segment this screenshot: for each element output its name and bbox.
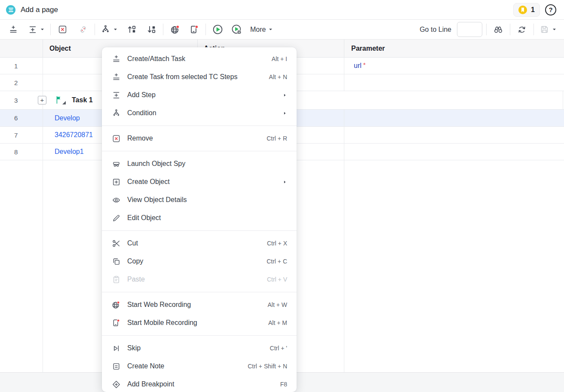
create-object-icon [111,177,121,187]
object-link[interactable]: 3426720871 [55,131,93,139]
menu-item-add-step[interactable]: Add Step [102,86,297,104]
object-link[interactable]: Develop [55,114,80,122]
test-editor-window: Add a page 1 ? More [0,0,564,392]
row-number: 6 [0,110,43,126]
page-title: Add a page [21,6,58,14]
menu-item-start-web-recording[interactable]: Start Web Recording Alt + W [102,296,297,314]
row-number: 8 [0,144,43,160]
help-icon[interactable]: ? [545,4,556,15]
menu-item-skip[interactable]: Skip Ctrl + ' [102,339,297,357]
toolbar: More Go to Line [0,20,564,40]
required-asterisk: * [363,61,366,68]
refresh-button[interactable] [514,22,530,37]
parameter-cell[interactable] [344,74,564,91]
parameter-cell[interactable] [344,110,564,126]
save-button[interactable] [538,22,558,37]
cut-icon [111,239,121,248]
object-link[interactable]: Develop1 [55,148,84,156]
menu-item-condition[interactable]: Condition [102,104,297,122]
menu-item-copy[interactable]: Copy Ctrl + C [102,252,297,270]
add-step-icon [28,25,37,34]
move-step-up-button[interactable] [124,22,139,37]
condition-icon [111,108,121,118]
toolbar-divider [205,24,206,35]
task-collapse-handle[interactable] [62,101,66,104]
paste-icon [111,275,121,284]
create-task-from-steps-icon [111,72,121,82]
toolbar-divider [533,24,534,35]
credits-button[interactable]: 1 [513,3,540,17]
unlink-button [75,22,91,37]
menu-item-launch-object-spy[interactable]: Launch Object Spy [102,155,297,173]
parameter-cell[interactable] [344,127,564,143]
condition-button[interactable] [99,22,120,37]
create-attach-task-icon [111,54,121,64]
find-button[interactable] [490,22,506,37]
object-spy-icon [111,159,121,168]
row-number-header [0,40,43,57]
toolbar-divider [486,24,487,35]
web-recording-icon [111,300,121,309]
remove-button[interactable] [55,22,70,37]
menu-divider [102,292,297,292]
credits-count: 1 [531,6,535,14]
menu-item-create-note[interactable]: Create Note Ctrl + Shift + N [102,357,297,375]
menu-item-remove[interactable]: Remove Ctrl + R [102,129,297,147]
task-name: Task 1 [72,96,93,104]
row-number: 1 [0,58,43,74]
chevron-down-icon [268,27,273,32]
submenu-arrow-icon [282,93,287,98]
row-number: 3 [0,91,43,109]
toolbar-divider [50,24,51,35]
debug-run-button[interactable] [229,22,244,37]
chevron-down-icon [113,27,118,32]
move-step-down-button[interactable] [144,22,159,37]
row-number: 7 [0,127,43,143]
add-step-icon [111,90,121,100]
create-attach-task-button[interactable] [6,22,21,37]
menu-item-cut[interactable]: Cut Ctrl + X [102,234,297,252]
parameter-cell[interactable] [344,144,564,160]
menu-item-start-mobile-recording[interactable]: Start Mobile Recording Alt + M [102,314,297,332]
chevron-down-icon [552,27,557,32]
view-object-details-icon [111,195,121,205]
menu-item-view-object-details[interactable]: View Object Details [102,191,297,209]
submenu-arrow-icon [282,180,287,184]
save-icon [539,24,549,34]
page-list-icon[interactable] [6,5,15,15]
edit-object-icon [111,213,121,223]
add-breakpoint-icon [111,380,121,389]
mobile-recording-button[interactable] [186,22,202,37]
web-recording-button[interactable] [167,22,183,37]
context-menu: Create/Attach Task Alt + I Create Task f… [102,47,297,392]
more-button[interactable]: More [244,22,275,37]
menu-item-create-attach-task[interactable]: Create/Attach Task Alt + I [102,50,297,68]
toolbar-divider [163,24,163,35]
menu-item-add-breakpoint[interactable]: Add Breakpoint F8 [102,375,297,392]
add-step-button[interactable] [26,22,46,37]
submenu-arrow-icon [282,111,287,116]
run-button[interactable] [210,22,225,37]
column-header-parameter[interactable]: Parameter [344,40,564,57]
toolbar-divider [510,24,510,35]
mobile-recording-icon [111,318,121,328]
copy-icon [111,257,121,266]
row-number: 2 [0,74,43,91]
menu-item-create-object[interactable]: Create Object [102,173,297,191]
goto-line-input[interactable] [457,22,482,37]
menu-divider [102,230,297,231]
title-bar: Add a page 1 ? [0,0,564,20]
menu-divider [102,335,297,336]
credit-coin-icon [518,6,527,14]
menu-divider [102,151,297,151]
parameter-cell[interactable]: url * [344,58,564,74]
remove-icon [111,134,121,143]
toolbar-divider [95,24,95,35]
menu-divider [102,126,297,126]
menu-item-edit-object[interactable]: Edit Object [102,209,297,227]
parameter-link[interactable]: url [354,62,362,70]
goto-line-label: Go to Line [420,26,451,34]
menu-item-create-task-from-steps[interactable]: Create Task from selected TC Steps Alt +… [102,68,297,86]
condition-icon [101,24,110,34]
expand-task-button[interactable]: + [38,96,46,104]
